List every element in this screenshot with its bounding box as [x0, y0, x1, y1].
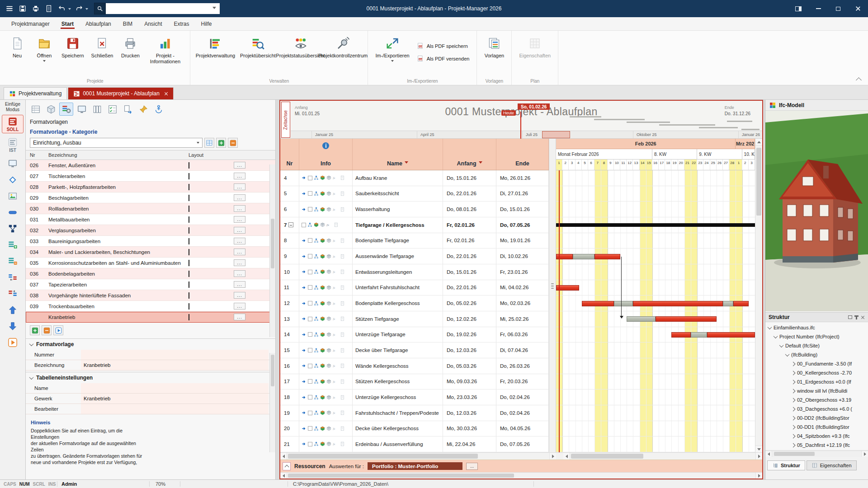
tab-close-icon[interactable] — [164, 92, 168, 96]
task-name[interactable]: Wasserhaltung — [353, 202, 443, 217]
chevron-right-icon[interactable] — [791, 380, 796, 384]
task-bar-segment[interactable] — [627, 316, 656, 322]
network-icon[interactable] — [4, 221, 22, 235]
tree-node[interactable]: 02_Obergeschoss +3.19 — [765, 395, 868, 404]
undo-dropdown-icon[interactable] — [68, 8, 71, 11]
row-menu-button[interactable]: ... — [234, 162, 245, 169]
soll-button[interactable]: SOLL — [2, 115, 24, 133]
task-checkbox-icon[interactable] — [308, 442, 312, 446]
task-bar-segment[interactable] — [633, 301, 723, 306]
row-menu-button[interactable]: ... — [234, 259, 245, 266]
format-style-row[interactable]: 028 Parkett-, Holzpflasterarbeiten ... — [26, 182, 275, 192]
ribbon-button-drucken[interactable]: Drucken — [118, 34, 142, 61]
panel-tab-struktur[interactable]: Struktur — [767, 460, 805, 470]
format-style-row[interactable]: 031 Metallbauarbeiten ... — [26, 214, 275, 225]
format-style-row[interactable]: 035 Korrosionsschutzarbeiten an Stahl- u… — [26, 258, 275, 268]
task-row[interactable]: 18 fx Unterzüge Kellergeschoss Mo, 23.03… — [280, 389, 549, 405]
scrollbar-thumb[interactable] — [288, 454, 478, 459]
tree-node[interactable]: 00_Kellergeschoss -2.70 — [765, 368, 868, 377]
row-menu-button[interactable]: ... — [234, 303, 245, 310]
scrollbar-thumb[interactable] — [774, 452, 815, 456]
task-row[interactable]: 7 fx Tiefgarage / Kellergeschoss Fr, 02.… — [280, 217, 549, 233]
search-input[interactable] — [106, 3, 220, 14]
ribbon-button-projektstatusübersicht[interactable]: Projektstatusübersicht — [281, 34, 320, 61]
task-row[interactable]: 5 fx Sauberkeitsschicht Do, 22.01.26 Di,… — [280, 186, 549, 202]
apply-style-button[interactable] — [53, 325, 63, 335]
task-name[interactable]: Erdeinbau / Aussenverfüllung — [353, 436, 443, 452]
task-bar-segment[interactable] — [594, 254, 620, 259]
summary-bar[interactable] — [556, 223, 755, 227]
gantt-vertical-scrollbar[interactable] — [755, 139, 762, 452]
scrollbar-track[interactable] — [287, 453, 549, 460]
task-checkbox-icon[interactable] — [308, 317, 312, 321]
arrow-down-icon[interactable] — [4, 319, 22, 333]
maximize-button[interactable] — [828, 0, 848, 17]
fmt-gear-icon[interactable] — [59, 103, 73, 116]
task-name[interactable]: Fahrstuhlschacht / Treppen/Podeste — [353, 405, 443, 421]
header-info[interactable]: Info — [299, 139, 353, 170]
column-header-nr[interactable]: Nr — [26, 152, 47, 158]
ist-button[interactable]: IST — [2, 136, 24, 154]
task-name[interactable]: Unterzüge Kellergeschoss — [353, 389, 443, 405]
format-style-row[interactable]: 037 Tapezierarbeiten ... — [26, 279, 275, 290]
add-style-button[interactable] — [30, 325, 40, 335]
formatvorlage-section-header[interactable]: Formatvorlage — [26, 339, 275, 350]
checklist-icon[interactable] — [105, 103, 119, 116]
transfer2-icon[interactable] — [4, 286, 22, 300]
app-menu-icon[interactable] — [4, 3, 15, 14]
task-row[interactable]: 20 fx Decke über Kellergeschoss Mo, 30.0… — [280, 421, 549, 437]
field-value[interactable]: Kranbetrieb — [81, 394, 269, 404]
scrollbar-thumb[interactable] — [571, 454, 643, 459]
menu-item-projektmanager[interactable]: Projektmanager — [5, 17, 56, 30]
preview-icon[interactable] — [43, 3, 55, 14]
ribbon-button-im-exportieren[interactable]: Im-/Exportieren — [373, 34, 411, 66]
task-name[interactable]: Stützen Tiefgarage — [353, 311, 443, 327]
ribbon-button-schließen[interactable]: Schließen — [90, 34, 115, 61]
tree-node[interactable]: 05_Dachfirst +12.19 (Ifc — [765, 441, 868, 450]
format-style-row[interactable]: 034 Maler- und Lackierarbeiten, Beschich… — [26, 247, 275, 258]
row-menu-button[interactable]: ... — [234, 205, 245, 212]
list-remove-icon[interactable] — [4, 254, 22, 268]
task-name[interactable]: Aussenwände Tiefgarage — [353, 249, 443, 264]
task-checkbox-icon[interactable] — [308, 285, 312, 290]
header-name[interactable]: Name — [353, 139, 443, 170]
tabelleneinstellungen-section-header[interactable]: Tabelleneinstellungen — [26, 372, 275, 383]
task-checkbox-icon[interactable] — [308, 301, 312, 305]
tree-node[interactable]: 00-DD2 (IfcBuildingStor — [765, 413, 868, 422]
task-row[interactable]: 13 fx Stützen Tiefgarage Do, 12.02.26 Mi… — [280, 311, 549, 327]
format-style-row[interactable]: 033 Baureinigungsarbeiten ... — [26, 236, 275, 247]
row-menu-button[interactable]: ... — [234, 216, 245, 223]
tree-node[interactable]: Einfamilienhaus.ifc — [765, 323, 868, 332]
task-checkbox-icon[interactable] — [308, 364, 312, 368]
row-menu-button[interactable]: ... — [234, 249, 245, 255]
task-checkbox-icon[interactable] — [302, 223, 306, 227]
tree-node[interactable]: 03_Dachgeschoss +6.0 ( — [765, 404, 868, 413]
redo-icon[interactable] — [73, 3, 85, 14]
category-table-button[interactable] — [204, 138, 214, 148]
format-style-row[interactable]: 038 Vorgehängte hinterlüftete Fassaden .… — [26, 290, 275, 301]
scroll-up-button[interactable] — [755, 139, 762, 145]
search-icon[interactable] — [94, 3, 106, 14]
task-bar-segment[interactable] — [656, 316, 717, 322]
task-bar-segment[interactable] — [733, 301, 749, 306]
category-remove-button[interactable] — [228, 138, 238, 148]
format-style-row[interactable]: 036 Bodenbelagarbeiten ... — [26, 268, 275, 279]
ribbon-button-projektverwaltung[interactable]: Projektverwaltung — [196, 34, 235, 61]
timeline-overview[interactable]: Januar 25April 25Juli 25Oktober 25Januar… — [291, 131, 762, 138]
screen-icon[interactable] — [4, 156, 22, 170]
tree-node[interactable]: 04_Spitzboden +9.3 (Ifc — [765, 432, 868, 441]
resources-scrollbar[interactable] — [280, 472, 762, 479]
format-style-row[interactable]: 027 Tischlerarbeiten ... — [26, 171, 275, 182]
save-icon[interactable] — [17, 3, 28, 14]
ribbon-button-projektübersicht[interactable]: Projektübersicht — [238, 34, 277, 61]
panel-tab-eigenschaften[interactable]: Eigenschaften — [807, 460, 857, 470]
document-tab-active[interactable]: 0001 Musterprojekt - Ablaufplan — [68, 87, 173, 99]
scrollbar-thumb[interactable] — [271, 219, 274, 268]
document-tab-inactive[interactable]: Projektverwaltung — [4, 87, 67, 99]
menu-item-extras[interactable]: Extras — [168, 17, 195, 30]
task-name[interactable]: Decke über Kellergeschoss — [353, 421, 443, 436]
tree-node[interactable]: Project Number (IfcProject) — [765, 332, 868, 341]
column-header-bezeichnung[interactable]: Bezeichnung — [47, 152, 186, 158]
pill-icon[interactable] — [4, 205, 22, 219]
status-zoom[interactable]: 70% — [156, 480, 165, 488]
